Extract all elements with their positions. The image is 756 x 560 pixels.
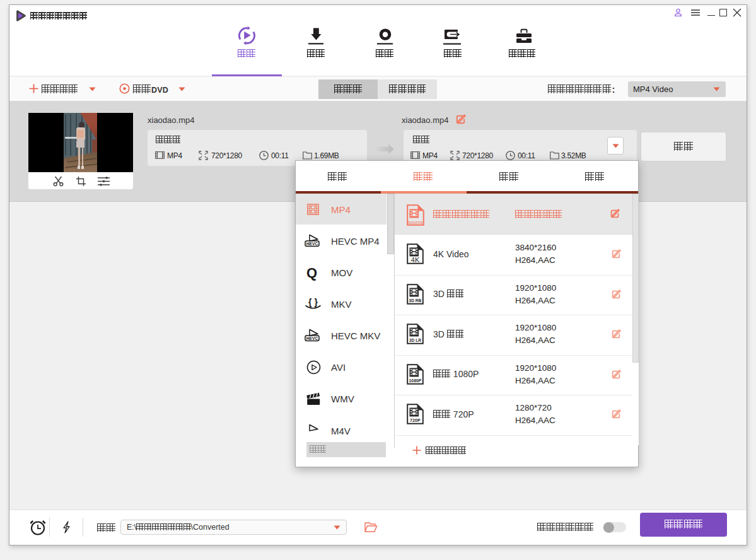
svg-text:3D RB: 3D RB — [409, 298, 422, 303]
svg-text:{ }: { } — [308, 297, 318, 307]
svg-text:HEVC: HEVC — [306, 242, 318, 246]
svg-text:4K: 4K — [411, 256, 420, 264]
svg-text:720P: 720P — [410, 417, 421, 423]
svg-text:HEVC: HEVC — [306, 336, 318, 341]
svg-text:3D LR: 3D LR — [409, 338, 421, 342]
svg-text:source: source — [408, 219, 424, 225]
svg-text:1080P: 1080P — [409, 378, 422, 383]
